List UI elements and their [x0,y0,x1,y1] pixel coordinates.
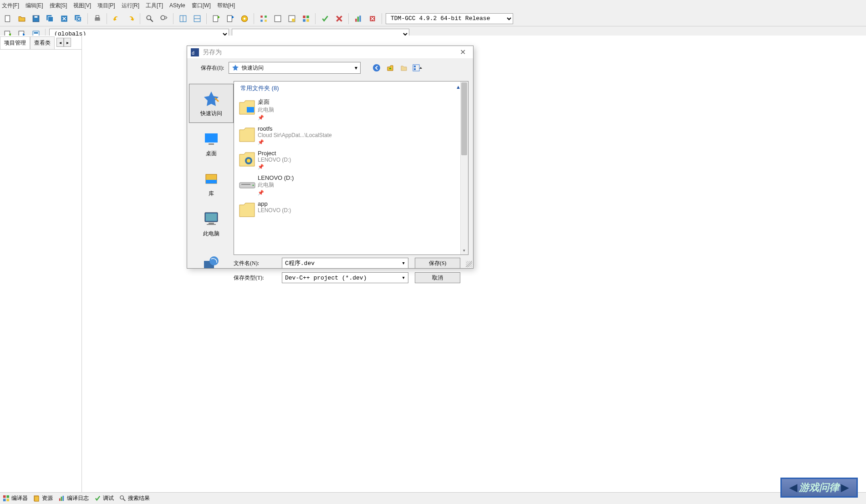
svg-rect-32 [355,19,357,22]
place-this-pc[interactable]: 此电脑 [189,204,234,243]
close-button[interactable]: ✕ [456,46,469,58]
menu-tools[interactable]: 工具[T] [146,2,163,10]
open-file-button[interactable] [16,13,27,24]
file-item-project[interactable]: Project LENOVO (D:) 📌 [234,146,468,171]
dialog-titlebar: d 另存为 ✕ [187,46,473,58]
new-folder-button[interactable] [399,63,409,73]
menu-run[interactable]: 运行[R] [122,2,139,10]
svg-rect-65 [6,499,9,501]
bookmark-button[interactable] [224,13,236,24]
location-select[interactable]: 快速访问 ▾ [229,62,361,74]
group-header[interactable]: 常用文件夹 (8) ▲ [234,81,468,94]
goto-button[interactable] [210,13,222,24]
compiler-select[interactable]: TDM-GCC 4.9.2 64-bit Release [386,13,513,24]
svg-rect-23 [260,20,263,22]
scroll-thumb[interactable] [461,82,467,155]
svg-rect-27 [292,19,295,22]
tab-classes[interactable]: 查看类 [30,36,55,49]
svg-point-10 [147,15,151,20]
compile-run-button[interactable] [286,13,297,24]
close-all-button[interactable] [72,13,84,24]
pin-icon: 📌 [258,139,332,145]
undo-button[interactable] [111,13,122,24]
svg-rect-63 [6,495,9,498]
file-item-rootfs[interactable]: rootfs Cloud Sir\AppDat...\LocalState 📌 [234,122,468,146]
menu-file[interactable]: 文件[F] [2,2,19,10]
up-button[interactable] [385,63,395,73]
new-file-button[interactable] [2,13,13,24]
pin-icon: 📌 [258,164,291,170]
save-button[interactable]: 保存(S) [415,258,460,269]
menu-edit[interactable]: 编辑[E] [25,2,43,10]
view-menu-button[interactable] [413,63,423,73]
file-item-lenovo-d[interactable]: LENOVO (D:) 此电脑 📌 [234,171,468,197]
menu-project[interactable]: 项目[P] [97,2,115,10]
tab-compiler[interactable]: 编译器 [3,494,28,502]
chevron-down-icon: ▾ [402,260,405,267]
svg-rect-70 [62,496,64,501]
file-item-app[interactable]: app LENOVO (D:) [234,197,468,221]
place-quick-access[interactable]: 快速访问 [189,84,234,123]
save-all-button[interactable] [44,13,56,24]
bottom-tabs: 编译器 资源 编译日志 调试 搜索结果 [0,492,866,504]
back-button[interactable] [372,63,382,73]
find-button[interactable] [144,13,155,24]
filename-input[interactable]: C程序.dev ▾ [282,258,408,269]
tab-find-results[interactable]: 搜索结果 [119,494,150,502]
compile-button[interactable] [258,13,269,24]
tab-scroll-left[interactable]: ◂ [56,38,64,47]
svg-text:d: d [192,50,194,55]
tab-debug[interactable]: 调试 [94,494,114,502]
svg-rect-64 [3,499,6,501]
delete-profile-button[interactable] [367,13,378,24]
save-as-dialog: d 另存为 ✕ 保存在(I): 快速访问 ▾ 快速访问 桌面 [187,46,474,269]
stop-button[interactable] [333,13,345,24]
tab-scroll-right[interactable]: ▸ [64,38,71,47]
place-libraries[interactable]: 库 [189,164,234,203]
layout2-button[interactable] [191,13,203,24]
svg-rect-39 [34,32,38,33]
svg-rect-52 [209,223,214,224]
tab-project[interactable]: 项目管理 [0,36,30,49]
tab-resources[interactable]: 资源 [33,494,53,502]
place-desktop[interactable]: 桌面 [189,124,234,163]
filetype-select[interactable]: Dev-C++ project (*.dev) ▾ [282,272,408,283]
place-network[interactable] [189,244,234,283]
print-button[interactable] [92,13,103,24]
redo-button[interactable] [125,13,136,24]
replace-button[interactable] [158,13,169,24]
file-item-desktop[interactable]: 桌面 此电脑 📌 [234,94,468,122]
run-button[interactable] [272,13,283,24]
profile-button[interactable] [352,13,364,24]
svg-line-72 [123,499,125,501]
resize-grip[interactable] [466,261,472,267]
svg-rect-62 [3,495,6,498]
pin-icon: 📌 [258,115,274,121]
location-value: 快速访问 [242,64,264,72]
place-label: 此电脑 [203,230,219,238]
menu-window[interactable]: 窗口[W] [192,2,211,10]
debug-button[interactable] [239,13,250,24]
cancel-button[interactable]: 取消 [415,272,460,283]
scrollbar[interactable]: ▾ [460,81,468,255]
rebuild-button[interactable] [300,13,311,24]
svg-rect-67 [35,496,39,501]
menu-astyle[interactable]: AStyle [169,2,185,9]
menu-help[interactable]: 帮助[H] [217,2,235,10]
tab-compile-log[interactable]: 编译日志 [58,494,89,502]
panel-tabs: 项目管理 查看类 ◂ ▸ [0,36,82,50]
file-name: rootfs [258,125,332,132]
save-button[interactable] [30,13,41,24]
dialog-title: 另存为 [203,48,222,56]
file-sub: LENOVO (D:) [258,157,291,163]
menu-view[interactable]: 视图[V] [73,2,91,10]
menu-search[interactable]: 搜索[S] [50,2,67,10]
scroll-down-button[interactable]: ▾ [461,247,467,254]
file-list[interactable]: 常用文件夹 (8) ▲ 桌面 此电脑 📌 rootfs Cloud Si [234,81,469,255]
filetype-label: 保存类型(T): [234,274,275,282]
svg-line-11 [150,19,153,22]
check-button[interactable] [319,13,331,24]
file-sub: Cloud Sir\AppDat...\LocalState [258,132,332,138]
close-file-button[interactable] [58,13,70,24]
layout1-button[interactable] [177,13,188,24]
